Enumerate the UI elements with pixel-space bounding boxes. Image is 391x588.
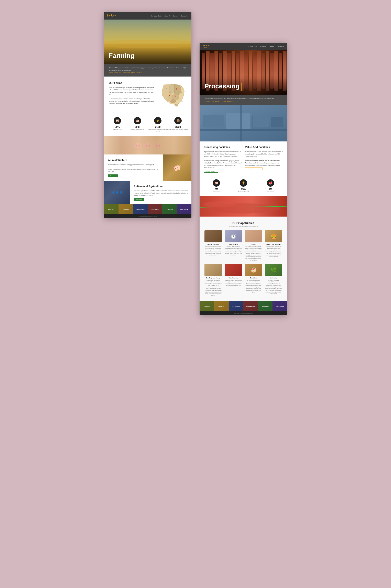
farming-nav-links[interactable]: Our Value Chain About Us Careers Contact… xyxy=(151,15,188,17)
pig-icon-1: 🐷 xyxy=(114,117,121,124)
svg-text:NZ: NZ xyxy=(182,101,183,102)
cap-slaughter-desc: Our Queensland Plant is capable of proce… xyxy=(204,246,222,256)
autism-photo: 👤 👤 👤 xyxy=(104,181,130,204)
proc-footer-technical[interactable]: Technical xyxy=(258,301,273,311)
proc-nav-contact[interactable]: Contact Us xyxy=(277,46,284,47)
processing-stats-row: 🐖 2M pigs per year 🏆 95% of all Queensla… xyxy=(199,176,287,196)
proc-footer-corporate[interactable]: Corporate xyxy=(273,301,287,311)
capabilities-title: Our Capabilities xyxy=(204,221,282,225)
autism-title: Autism and Agriculture xyxy=(134,185,188,188)
processing-hero-overlay: Processing xyxy=(199,78,287,95)
welfare-read-more-btn[interactable]: Read more xyxy=(108,174,118,177)
proc-stat-label-3: pigs per year xyxy=(257,191,284,193)
cap-slow-cooking-name: Slow Cooking xyxy=(225,277,242,279)
processing-hero-subtitle: The SunPork Group operates from world cl… xyxy=(199,95,287,105)
cap-shredding-desc: We have developed unique shredding capab… xyxy=(245,280,262,293)
cap-slaughter-name: Contract Slaughter xyxy=(204,244,222,245)
processing-nav: SunPork Group Our Value Chain About Us C… xyxy=(199,43,287,50)
nav-careers[interactable]: Careers xyxy=(173,15,178,17)
processing-footer-nav[interactable]: Genetics Farming Processing Commercial T… xyxy=(199,301,287,311)
processing-facilities-body: Major investments in our Queensland faci… xyxy=(204,150,242,168)
svg-point-5 xyxy=(169,95,170,96)
proc-stat-label-1: pigs per year xyxy=(203,191,230,193)
proc-nav-about[interactable]: About Us xyxy=(260,46,266,47)
value-add-col: Value-Add Facilities As demand for conve… xyxy=(245,146,283,173)
stat-label-4: tonnes of feed in our own mills annually xyxy=(168,129,188,131)
cap-marinating-bg: 🌿 xyxy=(265,264,282,276)
cap-boning-bg xyxy=(245,230,262,242)
footer-technical[interactable]: Technical xyxy=(162,204,177,214)
farms-title: Our Farms xyxy=(109,81,155,84)
capabilities-grid: Contract Slaughter Our Queensland Plant … xyxy=(204,230,282,296)
stat-number-4: 300k xyxy=(168,126,188,128)
cap-smoking-name: Smoking and Curing xyxy=(204,277,222,279)
farming-hero: Farming xyxy=(104,19,192,64)
farming-footer-nav[interactable]: Genetics Farming Processing Commercial T… xyxy=(104,204,192,214)
proc-nav-careers[interactable]: Careers xyxy=(269,46,274,47)
cap-smoking: Smoking and Curing As the culture encour… xyxy=(204,264,222,296)
proc-footer-genetics[interactable]: Genetics xyxy=(199,301,214,311)
stat-number-1: 20% xyxy=(107,126,127,128)
proc-nav-value-chain[interactable]: Our Value Chain xyxy=(247,46,257,47)
cap-marinating: 🌿 Marinating Our culture encourages inno… xyxy=(265,264,282,296)
nav-contact[interactable]: Contact Us xyxy=(181,15,188,17)
person-icon-1: 👤 xyxy=(112,191,115,194)
nav-about[interactable]: About Us xyxy=(165,15,171,17)
stat-pigs-daily: 🐖 500k pigs on our farms every day xyxy=(127,117,148,132)
proc-stat-3: 🥩 1M pigs per year xyxy=(257,179,284,193)
cap-photo-smoking xyxy=(204,264,222,276)
cap-photo-shredding: 🥙 xyxy=(245,264,262,276)
proc-footer-commercial[interactable]: Commercial xyxy=(243,301,258,311)
farms-body: Today the SunPork Group is the largest p… xyxy=(109,86,155,104)
animal-welfare-photo: 🐖 xyxy=(163,154,192,181)
cap-marinating-name: Marinating xyxy=(265,277,282,279)
facility-announcements-btn[interactable]: Facility Announcements > xyxy=(245,167,263,170)
proc-stat-1: 🐖 2M pigs per year xyxy=(203,179,230,193)
autism-section: 👤 👤 👤 Autism and Agriculture Autism and … xyxy=(104,181,192,204)
footer-genetics[interactable]: Genetics xyxy=(104,204,118,214)
svg-rect-14 xyxy=(199,129,287,131)
person-icon-2: 👤 xyxy=(115,191,119,194)
cap-slow-cooking-desc: Our steam cookers utilise tailored cook … xyxy=(225,280,242,288)
stat-number-3: 217k xyxy=(148,126,168,128)
cap-chilling-bg: ⏱️ xyxy=(225,230,242,242)
processing-nav-links[interactable]: Our Value Chain About Us Careers Contact… xyxy=(247,46,284,47)
proc-footer-farming[interactable]: Farming xyxy=(214,301,229,311)
cap-slow-cooking: Slow Cooking Our steam cookers utilise t… xyxy=(225,264,242,296)
nav-value-chain[interactable]: Our Value Chain xyxy=(151,15,162,17)
proc-stat-number-3: 1M xyxy=(257,188,284,191)
autism-read-more-btn[interactable]: Read more xyxy=(134,198,144,201)
farming-stats-row: 🐷 20% of Australia's pork 🐖 500k pigs on… xyxy=(104,113,192,136)
cap-shredding-name: Shredding xyxy=(245,277,262,279)
svg-point-2 xyxy=(104,40,192,48)
processing-hero-title: Processing xyxy=(204,82,240,90)
pig-icon-2: 🐖 xyxy=(134,117,141,124)
processing-logo: SunPork Group xyxy=(203,45,212,48)
autism-body: Autism and Agriculture is a world-first … xyxy=(134,190,188,196)
farming-hero-title: Farming xyxy=(109,52,134,60)
cap-photo-slaughter xyxy=(204,230,222,242)
footer-corporate[interactable]: Corporate xyxy=(177,204,192,214)
farms-text: Our Farms Today the SunPork Group is the… xyxy=(109,81,155,104)
proc-stat-label-2: of all Queensland pork xyxy=(230,191,257,193)
footer-commercial[interactable]: Commercial xyxy=(148,204,162,214)
cap-photo-chilling: ⏱️ xyxy=(225,230,242,242)
cap-smoking-desc: As the culture encourages innovation. We… xyxy=(204,280,222,296)
welfare-photo-bg: 🐖 xyxy=(163,154,192,181)
cap-snap-chilling: ⏱️ Snap Chilling Our snap chilling facil… xyxy=(225,230,242,261)
stat-number-2: 500k xyxy=(127,126,148,128)
processing-facilities-title: Processing Facilities xyxy=(204,146,242,148)
processing-hero: Processing xyxy=(199,50,287,95)
footer-processing[interactable]: Processing xyxy=(133,204,148,214)
value-add-title: Value-Add Facilities xyxy=(245,146,283,148)
capabilities-section: Our Capabilities We offer a range of pro… xyxy=(199,217,287,301)
farming-logo: SunPork Group xyxy=(107,14,116,17)
cap-shredding: 🥙 Shredding We have developed unique shr… xyxy=(245,264,262,296)
welfare-pig-emoji: 🐖 xyxy=(174,164,181,171)
our-farms-section: Our Farms Today the SunPork Group is the… xyxy=(104,76,192,113)
processing-continue-btn[interactable]: Continue Reading > xyxy=(204,170,218,173)
svg-rect-12 xyxy=(253,116,269,127)
footer-farming[interactable]: Farming xyxy=(118,204,133,214)
cap-burgers-bg: 🍔 xyxy=(265,230,282,242)
proc-footer-processing[interactable]: Processing xyxy=(229,301,243,311)
